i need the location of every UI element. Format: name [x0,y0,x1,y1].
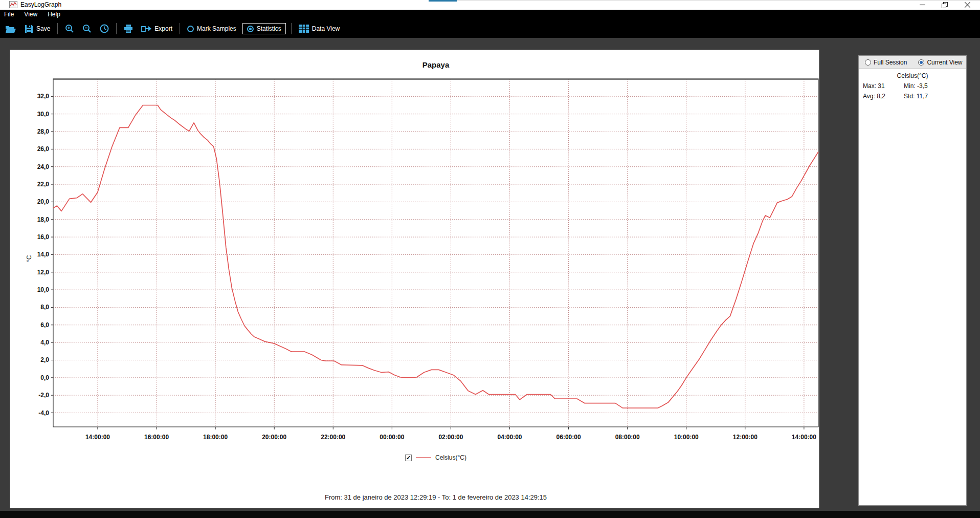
clock-icon [100,24,109,33]
toolbar-separator [57,23,58,34]
background-window-edge-blue [429,0,457,2]
menu-item-view[interactable]: View [19,10,42,19]
data-view-label: Data View [312,25,340,32]
open-button[interactable] [3,24,18,34]
y-tick-label: 20,0 [37,198,50,205]
full-session-option[interactable]: Full Session [865,59,907,66]
y-tick-label: 28,0 [37,128,50,135]
session-range-text: From: 31 de janeiro de 2023 12:29:19 - T… [53,493,818,501]
y-tick-label: -4,0 [38,409,49,417]
current-view-label: Current View [927,59,962,66]
current-view-option[interactable]: Current View [918,59,962,66]
stat-std: Std: 11,7 [904,93,928,100]
x-tick-label: 08:00:00 [615,434,640,441]
full-session-radio-icon [865,59,871,66]
statistics-label: Statistics [257,25,281,32]
y-tick-label: 24,0 [37,163,50,170]
menu-item-help[interactable]: Help [42,10,65,19]
legend-line-sample [416,457,431,458]
y-tick-label: 30,0 [37,111,50,118]
data-view-button[interactable]: Data View [297,24,342,34]
mark-samples-label: Mark Samples [197,25,236,32]
x-tick-label: 14:00:00 [792,434,816,441]
export-icon [141,25,151,33]
x-tick-label: 02:00:00 [438,434,463,441]
y-tick-label: 22,0 [37,181,50,188]
export-label: Export [154,25,172,32]
toolbar-separator [116,23,117,34]
zoom-out-button[interactable] [80,23,94,34]
open-folder-icon [5,25,16,33]
save-icon [25,25,33,33]
printer-icon [124,24,133,33]
x-tick-label: 14:00:00 [85,434,110,441]
save-label: Save [36,25,50,32]
print-button[interactable] [122,23,135,34]
x-tick-label: 04:00:00 [497,434,522,441]
x-tick-label: 06:00:00 [556,434,581,441]
minimize-button[interactable] [915,0,930,10]
x-tick-label: 12:00:00 [733,434,758,441]
stat-min: Min: -3,5 [904,82,928,90]
window-title: EasyLogGraph [20,1,61,9]
background-window-edge-gray [457,1,980,1]
menu-bar: FileViewHelp [0,10,980,19]
y-tick-label: 2,0 [40,356,49,363]
x-tick-label: 00:00:00 [380,434,404,441]
statistics-toggle[interactable]: Statistics [242,23,286,34]
legend-label: Celsius(°C) [435,454,466,461]
mark-samples-radio-icon [187,26,194,32]
close-icon [965,2,970,8]
y-tick-label: 12,0 [37,269,50,276]
x-tick-label: 18:00:00 [203,434,228,441]
legend-checkbox[interactable]: ✓ [405,455,412,461]
menu-item-file[interactable]: File [0,10,19,19]
toolbar-separator [180,23,180,34]
title-bar: EasyLogGraph [0,0,980,10]
minimize-icon [920,2,925,8]
y-tick-label: 8,0 [40,304,49,311]
statistics-scope-header: Full Session Current View [859,56,966,69]
zoom-out-icon [82,24,92,33]
x-tick-label: 16:00:00 [144,434,169,441]
stats-channel-header: Celsius(°C) [859,72,966,79]
save-button[interactable]: Save [23,24,52,34]
toolbar: Save [0,19,980,38]
y-tick-label: 26,0 [37,145,50,153]
x-tick-label: 20:00:00 [262,434,286,441]
y-tick-label: 6,0 [40,321,49,329]
plot-area[interactable]: 32,030,028,026,024,022,020,018,016,014,0… [10,50,819,508]
close-button[interactable] [960,0,975,10]
plot-border [53,79,818,427]
y-tick-label: 0,0 [40,374,49,381]
current-view-radio-icon [918,59,924,66]
data-grid-icon [299,25,309,33]
restore-button[interactable] [937,0,952,10]
export-button[interactable]: Export [139,24,174,34]
x-tick-label: 22:00:00 [321,434,345,441]
reset-zoom-button[interactable] [98,23,111,34]
bottom-edge-bar [0,511,980,518]
statistics-radio-icon [247,26,254,32]
temperature-series-line [53,105,818,408]
y-tick-label: 4,0 [40,339,49,346]
y-tick-label: 18,0 [37,216,50,223]
full-session-label: Full Session [874,59,907,66]
y-tick-label: 32,0 [37,93,50,100]
y-axis-unit-label: °C [26,247,33,262]
zoom-in-button[interactable] [63,23,76,34]
legend: ✓ Celsius(°C) [53,454,818,461]
mark-samples-toggle[interactable]: Mark Samples [185,24,238,33]
statistics-panel: Full Session Current View Celsius(°C) Ma… [858,55,967,506]
y-tick-label: -2,0 [38,392,49,399]
y-tick-label: 16,0 [37,233,50,241]
stat-avg: Avg: 8,2 [863,93,885,100]
y-tick-label: 14,0 [37,251,50,258]
chart-panel: Papaya 32,030,028,026,024,022,020,018,01… [10,50,819,508]
zoom-in-icon [65,24,74,33]
restore-icon [942,2,948,8]
toolbar-separator [291,23,292,34]
y-tick-label: 10,0 [37,286,50,293]
x-tick-label: 10:00:00 [674,434,699,441]
app-icon [9,1,17,8]
